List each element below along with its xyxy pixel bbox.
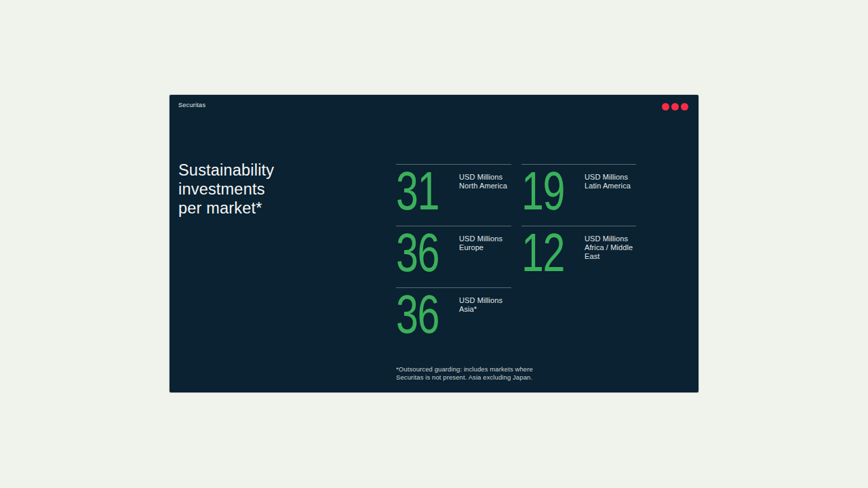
stat-region: North America (459, 182, 507, 190)
stat-unit: USD Millions (459, 173, 507, 182)
stat-africa-middle-east: 12 USD Millions Africa / Middle East (521, 226, 636, 287)
stat-region: Africa / Middle East (585, 243, 636, 261)
stat-unit: USD Millions (585, 235, 636, 243)
stat-label: USD Millions Latin America (585, 169, 631, 190)
stat-value: 36 (396, 293, 443, 336)
stat-unit: USD Millions (459, 296, 502, 305)
stat-label: USD Millions Asia* (459, 293, 502, 314)
securitas-three-dots-logo (662, 103, 688, 110)
stats-grid: 31 USD Millions North America 19 USD Mil… (396, 164, 636, 349)
page-background: Securitas Sustainability investments per… (0, 0, 868, 488)
stat-value: 31 (396, 169, 443, 213)
stat-latin-america: 19 USD Millions Latin America (521, 164, 636, 226)
stat-north-america: 31 USD Millions North America (396, 164, 511, 226)
securitas-logo: Securitas (178, 102, 205, 108)
slide-title: Sustainability investments per market* (178, 161, 274, 218)
stat-unit: USD Millions (459, 235, 502, 243)
footnote: *Outsourced guarding: includes markets w… (396, 365, 533, 381)
slide-card: Securitas Sustainability investments per… (170, 95, 698, 392)
stat-asia: 36 USD Millions Asia* (396, 287, 511, 349)
stat-region: Asia* (459, 305, 502, 314)
stat-unit: USD Millions (585, 173, 631, 182)
stat-region: Latin America (585, 182, 631, 190)
stat-value: 36 (396, 231, 443, 274)
stat-europe: 36 USD Millions Europe (396, 226, 511, 287)
red-dot-icon (671, 103, 679, 110)
stat-region: Europe (459, 243, 502, 252)
red-dot-icon (662, 103, 669, 110)
red-dot-icon (681, 103, 688, 110)
stat-label: USD Millions Africa / Middle East (585, 231, 636, 261)
stat-label: USD Millions Europe (459, 231, 502, 252)
stat-value: 19 (521, 169, 568, 213)
stat-value: 12 (521, 231, 568, 274)
stat-label: USD Millions North America (459, 169, 507, 190)
